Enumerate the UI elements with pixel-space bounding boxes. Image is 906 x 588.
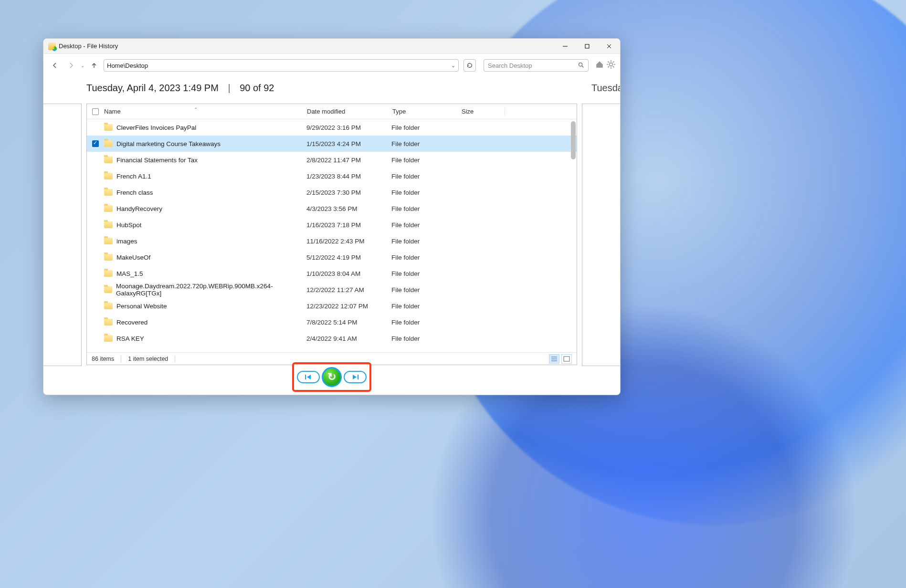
thumbnails-view-button[interactable] — [561, 354, 572, 364]
file-name: images — [116, 238, 137, 245]
file-list[interactable]: CleverFiles Invoices PayPal9/29/2022 3:1… — [87, 119, 577, 352]
folder-icon — [104, 270, 113, 277]
restore-button[interactable] — [322, 367, 342, 387]
file-date: 7/8/2022 5:14 PM — [306, 319, 391, 326]
select-all-checkbox[interactable] — [92, 108, 99, 115]
titlebar[interactable]: Desktop - File History — [43, 39, 620, 54]
next-version-button[interactable] — [344, 371, 367, 383]
folder-icon — [104, 303, 113, 309]
file-type: File folder — [391, 140, 460, 147]
table-row[interactable]: CleverFiles Invoices PayPal9/29/2022 3:1… — [87, 119, 577, 136]
back-button[interactable] — [48, 59, 62, 72]
file-name: MAS_1.5 — [116, 270, 143, 277]
file-date: 12/23/2022 12:07 PM — [306, 303, 391, 310]
table-row[interactable]: Recovered7/8/2022 5:14 PMFile folder — [87, 314, 577, 330]
file-date: 12/2/2022 11:27 AM — [306, 286, 391, 294]
svg-line-12 — [613, 66, 614, 67]
file-type: File folder — [391, 303, 460, 310]
minimize-button[interactable] — [554, 39, 576, 54]
toolbar: ⌄ Home\Desktop ⌄ Search Desktop — [43, 54, 620, 77]
file-name: RSA KEY — [116, 335, 144, 342]
svg-line-14 — [613, 62, 614, 63]
file-type: File folder — [391, 205, 460, 212]
file-date: 5/12/2022 4:19 PM — [306, 254, 391, 261]
file-date: 2/4/2022 9:41 AM — [306, 335, 391, 342]
file-name: HubSpot — [116, 221, 142, 229]
file-type: File folder — [391, 173, 460, 180]
file-name: HandyRecovery — [116, 205, 162, 212]
table-row[interactable]: RSA KEY2/4/2022 9:41 AMFile folder — [87, 330, 577, 346]
column-size[interactable]: Size — [462, 108, 505, 115]
file-history-icon — [48, 42, 56, 50]
file-date: 2/15/2023 7:30 PM — [306, 189, 391, 196]
recent-locations-chevron[interactable]: ⌄ — [81, 63, 84, 68]
folder-icon — [104, 157, 113, 163]
gear-icon[interactable] — [607, 60, 615, 71]
table-row[interactable]: Financial Statements for Tax2/8/2022 11:… — [87, 152, 577, 168]
file-type: File folder — [391, 335, 460, 342]
file-name: Financial Statements for Tax — [116, 157, 198, 164]
content-area: Tuesday, April 4, 2023 1:49 PM | 90 of 9… — [43, 77, 620, 395]
column-date[interactable]: Date modified — [307, 108, 392, 115]
svg-rect-1 — [585, 44, 589, 48]
status-item-count: 86 items — [92, 356, 114, 362]
table-row[interactable]: HandyRecovery4/3/2023 3:56 PMFile folder — [87, 200, 577, 217]
search-input[interactable]: Search Desktop — [484, 59, 589, 72]
folder-icon — [104, 335, 113, 342]
table-row[interactable]: Digital marketing Course Takeaways1/15/2… — [87, 136, 577, 152]
next-version-pane[interactable] — [582, 104, 620, 366]
folder-icon — [104, 221, 113, 228]
details-view-button[interactable] — [549, 354, 559, 364]
file-name: CleverFiles Invoices PayPal — [116, 124, 196, 131]
table-row[interactable]: French class2/15/2023 7:30 PMFile folder — [87, 184, 577, 200]
search-icon — [578, 62, 584, 70]
prev-version-pane[interactable] — [43, 104, 82, 366]
file-date: 1/10/2023 8:04 AM — [306, 270, 391, 277]
file-name: French A1.1 — [116, 173, 151, 180]
row-checkbox[interactable] — [92, 140, 99, 147]
up-button[interactable] — [87, 59, 101, 72]
table-row[interactable]: French A1.11/23/2023 8:44 PMFile folder — [87, 168, 577, 184]
close-button[interactable] — [598, 39, 620, 54]
folder-icon — [104, 189, 113, 196]
file-date: 9/29/2022 3:16 PM — [306, 124, 391, 131]
version-heading: Tuesday, April 4, 2023 1:49 PM | 90 of 9… — [86, 83, 274, 94]
table-row[interactable]: MakeUseOf5/12/2022 4:19 PMFile folder — [87, 249, 577, 265]
address-bar[interactable]: Home\Desktop ⌄ — [104, 59, 459, 72]
svg-marker-20 — [307, 375, 311, 379]
sort-indicator-icon: ⌃ — [194, 107, 198, 112]
file-type: File folder — [391, 286, 460, 294]
file-type: File folder — [391, 189, 460, 196]
chevron-down-icon[interactable]: ⌄ — [451, 63, 455, 69]
file-date: 11/16/2022 2:43 PM — [306, 238, 391, 245]
table-row[interactable]: images11/16/2022 2:43 PMFile folder — [87, 233, 577, 249]
file-type: File folder — [391, 319, 460, 326]
table-row[interactable]: HubSpot1/16/2023 7:18 PMFile folder — [87, 217, 577, 233]
folder-icon — [104, 286, 112, 293]
file-type: File folder — [391, 270, 460, 277]
column-name[interactable]: Name⌃ — [104, 108, 306, 115]
refresh-button[interactable] — [464, 59, 476, 72]
maximize-button[interactable] — [576, 39, 598, 54]
folder-icon — [104, 238, 113, 244]
next-version-peek: Tuesda — [591, 83, 620, 94]
history-controls-highlight — [292, 362, 371, 392]
column-type[interactable]: Type — [392, 108, 461, 115]
window-title: Desktop - File History — [59, 42, 118, 50]
version-timestamp: Tuesday, April 4, 2023 1:49 PM — [86, 83, 219, 93]
file-name: Recovered — [116, 319, 147, 326]
forward-button[interactable] — [64, 59, 78, 72]
svg-line-13 — [608, 66, 609, 67]
table-row[interactable]: MAS_1.51/10/2023 8:04 AMFile folder — [87, 265, 577, 282]
file-date: 1/16/2023 7:18 PM — [306, 221, 391, 229]
previous-version-button[interactable] — [297, 371, 320, 383]
status-selected-count: 1 item selected — [128, 356, 168, 362]
address-path: Home\Desktop — [107, 62, 148, 69]
file-name: French class — [116, 189, 153, 196]
table-row[interactable]: Personal Website12/23/2022 12:07 PMFile … — [87, 298, 577, 314]
file-date: 2/8/2022 11:47 PM — [306, 157, 391, 164]
column-headers[interactable]: Name⌃ Date modified Type Size — [87, 104, 577, 119]
scrollbar-thumb[interactable] — [571, 121, 576, 159]
table-row[interactable]: Moonage.Daydream.2022.720p.WEBRip.900MB.… — [87, 282, 577, 298]
home-icon[interactable] — [595, 60, 604, 71]
